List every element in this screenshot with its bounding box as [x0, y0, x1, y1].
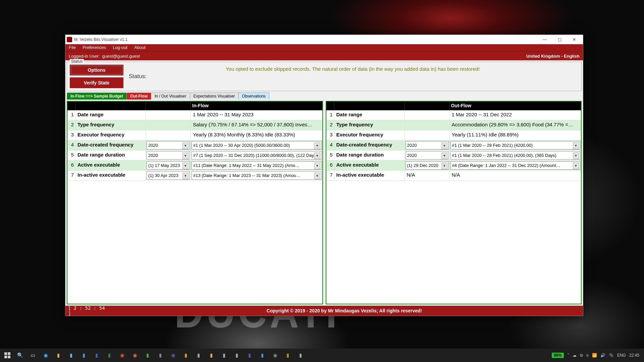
taskbar-app-17[interactable]: ▮: [244, 349, 256, 361]
taskbar-app-20[interactable]: ▮: [282, 349, 294, 361]
inflow-row: 4Date-created frequency2020#1 (1 Mar 202…: [67, 140, 322, 150]
app-icon: [67, 37, 72, 42]
footer-time: [ 2 : 52 : 54 ]: [68, 305, 108, 316]
outflow-row: 3Executor frequencyYearly (11.11%) Idle …: [326, 130, 581, 140]
taskbar-app-12[interactable]: ▮: [180, 349, 192, 361]
row-dropdown-2[interactable]: #4 (Date Range: 1 Jan 2022 -- 31 Dec 202…: [450, 161, 581, 170]
row-dropdown-1[interactable]: 2020: [147, 141, 190, 149]
svg-rect-0: [4, 352, 7, 355]
tray-chevron-icon[interactable]: ˄: [567, 353, 569, 358]
menu-file[interactable]: File: [65, 44, 79, 51]
row-label: Active executable: [334, 161, 405, 170]
row-dropdown-1[interactable]: 2020: [147, 151, 190, 160]
row-dropdown-2[interactable]: #1 (1 Mar 2020 -- 30 Apr 2020) (5000.00/…: [192, 141, 322, 149]
row-number: 7: [326, 171, 334, 180]
taskbar-app-1[interactable]: ◉: [40, 349, 52, 361]
taskbar-app-5[interactable]: ▮: [91, 349, 103, 361]
svg-rect-3: [8, 356, 10, 358]
taskbar-app-14[interactable]: ▮: [205, 349, 217, 361]
row-value: Yearly (11.11%) Idle (88.89%): [450, 130, 581, 140]
taskbar-app-4[interactable]: ▮: [78, 349, 90, 361]
inflow-row: 1Date range1 Mar 2020 -- 31 May 2023: [67, 110, 322, 120]
tab-outflow[interactable]: Out-Flow: [126, 93, 151, 100]
row-empty-cell: [146, 120, 191, 130]
row-dropdown-2[interactable]: #7 (1 Sep 2020 -- 31 Dec 2020) (11000.00…: [192, 151, 322, 160]
taskbar-app-11[interactable]: ◉: [167, 349, 179, 361]
tray-activity-icon[interactable]: ⎋: [586, 353, 589, 358]
tabs: In-Flow ==> Sample Budget Out-Flow In / …: [65, 93, 583, 100]
outflow-row: 4Date-created frequency2020#1 (1 Mar 202…: [326, 140, 581, 150]
minimize-button[interactable]: —: [537, 35, 552, 44]
outflow-row: 2Type frequencyAccommodation (29.80% => …: [326, 120, 581, 130]
taskbar-app-18[interactable]: ▮: [256, 349, 268, 361]
close-button[interactable]: ✕: [567, 35, 582, 44]
tab-inflow[interactable]: In-Flow ==> Sample Budget: [67, 93, 127, 100]
userbar-user: guest@guest.guest: [102, 54, 140, 59]
tray-clock[interactable]: 22:45: [629, 353, 639, 358]
row-dropdown-1[interactable]: 2020: [406, 141, 449, 149]
row-label: Date-created frequency: [334, 140, 405, 150]
row-dropdown-1[interactable]: 2020: [406, 151, 449, 160]
row-label: Executor frequency: [75, 130, 146, 140]
taskbar-app-8[interactable]: ◉: [129, 349, 141, 361]
row-dropdown-2[interactable]: #1 (1 Mar 2020 -- 28 Feb 2021) (4200.00): [450, 141, 581, 149]
inflow-row: 6Active executable(1) 17 May 2023#11 (Da…: [67, 161, 322, 171]
outflow-row: 6Active executable(1) 29 Dec 2020#4 (Dat…: [326, 161, 581, 171]
row-dropdown-2[interactable]: #13 (Date Range: 1 Mar 2023 -- 31 Mar 20…: [192, 171, 322, 180]
search-icon[interactable]: 🔍: [14, 349, 26, 361]
inflow-row: 3Executor frequencyYearly (8.33%) Monthl…: [67, 130, 322, 140]
tray-wifi-icon[interactable]: 📶: [592, 353, 597, 358]
taskbar-app-13[interactable]: ▮: [193, 349, 205, 361]
taskbar-app-6[interactable]: ▮: [103, 349, 115, 361]
status-legend: Status: [70, 59, 84, 64]
row-combo-cell-2: #1 (1 Mar 2020 -- 30 Apr 2020) (5000.00/…: [191, 140, 322, 150]
row-number: 6: [67, 161, 75, 170]
options-button[interactable]: Options: [70, 65, 123, 75]
menu-about[interactable]: About: [131, 44, 149, 51]
tray-cloud-icon[interactable]: ☁: [573, 353, 577, 358]
row-label: Date range: [75, 110, 146, 120]
row-number: 3: [67, 130, 75, 140]
row-dropdown-1[interactable]: (1) 29 Dec 2020: [406, 161, 449, 170]
inflow-row: 2Type frequencySalary (70.75% / 67.14% =…: [67, 120, 322, 130]
taskbar-app-10[interactable]: ▮: [154, 349, 166, 361]
taskbar-app-15[interactable]: ▮: [218, 349, 230, 361]
tab-observations[interactable]: Observations: [238, 93, 269, 100]
maximize-button[interactable]: ▢: [552, 35, 567, 44]
row-number: 3: [326, 130, 334, 140]
tab-inout-visualiser[interactable]: In / Out Visualiser: [151, 93, 190, 100]
panels: In-Flow 1Date range1 Mar 2020 -- 31 May …: [65, 100, 583, 306]
taskbar-app-16[interactable]: ▮: [231, 349, 243, 361]
window-title: M. Vezelis Bits Visualiser v1.1: [74, 37, 537, 42]
taskbar-app-9[interactable]: ▮: [142, 349, 154, 361]
taskbar-app-7[interactable]: ◉: [116, 349, 128, 361]
inflow-panel: In-Flow 1Date range1 Mar 2020 -- 31 May …: [67, 101, 323, 304]
svg-rect-1: [8, 352, 10, 355]
row-dropdown-2[interactable]: #11 (Date Range: 1 May 2022 -- 31 May 20…: [192, 161, 322, 170]
taskview-icon[interactable]: ▭: [27, 349, 39, 361]
row-number: 1: [326, 110, 334, 120]
row-dropdown-2[interactable]: #1 (1 Mar 2020 -- 28 Feb 2021) (4200.00)…: [450, 151, 581, 160]
row-dropdown-1[interactable]: (1) 30 Apr 2023: [147, 171, 190, 180]
tray-language[interactable]: ENG: [617, 353, 626, 358]
menu-preferences[interactable]: Preferences: [79, 44, 109, 51]
taskbar-app-2[interactable]: ▮: [52, 349, 64, 361]
taskbar-app-21[interactable]: ▮: [294, 349, 307, 361]
row-number: 4: [67, 140, 75, 150]
tray-power-icon[interactable]: 🔌: [609, 353, 614, 358]
row-number: 5: [326, 150, 334, 160]
tray-volume-icon[interactable]: 🔊: [600, 353, 605, 358]
outflow-row: 1Date range1 Mar 2020 -- 31 Dec 2022: [326, 110, 581, 120]
status-group: Status Options Verify State You opted to…: [67, 62, 582, 91]
verify-state-button[interactable]: Verify State: [70, 77, 123, 88]
system-tray: 98% ˄ ☁ ⧉ ⎋ 📶 🔊 🔌 ENG 22:45: [552, 353, 643, 358]
row-dropdown-1[interactable]: (1) 17 May 2023: [147, 161, 190, 170]
taskbar-app-19[interactable]: ◉: [269, 349, 281, 361]
start-button[interactable]: [1, 349, 13, 361]
taskbar-app-3[interactable]: ▮: [65, 349, 77, 361]
userbar-label: Logged-in User:: [69, 54, 100, 59]
menu-logout[interactable]: Log-out: [109, 44, 131, 51]
battery-indicator[interactable]: 98%: [552, 353, 564, 358]
tab-expectations[interactable]: Expectations Visualiser: [190, 93, 239, 100]
tray-app-icon[interactable]: ⧉: [580, 353, 583, 358]
